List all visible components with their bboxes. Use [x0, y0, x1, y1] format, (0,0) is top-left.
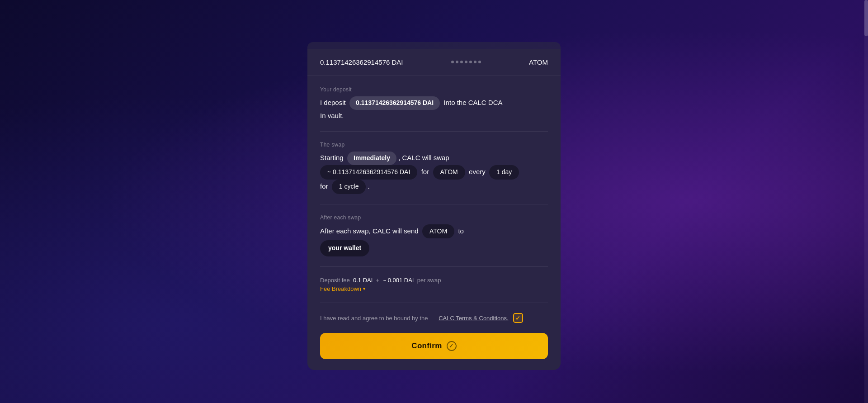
dot-3 [460, 61, 463, 63]
swap-cycle-badge: 1 cycle [332, 180, 366, 194]
dot-4 [465, 61, 467, 63]
deposit-amount-badge: 0.11371426362914576 DAI [349, 96, 440, 110]
after-swap-section: After each swap After each swap, CALC wi… [320, 214, 548, 257]
terms-checkbox[interactable]: ✓ [513, 313, 523, 323]
fee-suffix: per swap [417, 277, 441, 284]
divider-4 [320, 303, 548, 303]
fee-connector: + [376, 277, 380, 284]
dot-7 [478, 61, 481, 63]
after-swap-content: After each swap, CALC will send ATOM to … [320, 224, 548, 257]
confirm-button[interactable]: Confirm ✓ [320, 333, 548, 359]
swap-amount-badge: ~ 0.11371426362914576 DAI [320, 165, 417, 180]
modal-card: 0.11371426362914576 DAI ATOM Your deposi… [307, 49, 561, 370]
divider-2 [320, 204, 548, 204]
dot-2 [456, 61, 458, 63]
fee-label-prefix: Deposit fee [320, 277, 350, 284]
header-amount: 0.11371426362914576 DAI [320, 58, 403, 66]
swap-label: The swap [320, 142, 548, 148]
deposit-middle: Into the CALC DCA [443, 99, 502, 106]
deposit-label: Your deposit [320, 86, 548, 93]
header-dots [451, 61, 481, 63]
divider-3 [320, 266, 548, 267]
deposit-section: Your deposit I deposit 0.113714263629145… [320, 86, 548, 121]
modal-top-bar [307, 42, 561, 49]
swap-section: The swap Starting Immediately , CALC wil… [320, 142, 548, 194]
modal-wrapper: 0.11371426362914576 DAI ATOM Your deposi… [307, 42, 561, 370]
fee-breakdown-label: Fee Breakdown [320, 285, 361, 292]
deposit-prefix: I deposit [320, 99, 346, 106]
confirm-label: Confirm [411, 341, 442, 351]
fee-breakdown-toggle[interactable]: Fee Breakdown ▾ [320, 285, 365, 292]
swap-frequency-badge: 1 day [489, 165, 519, 180]
divider-1 [320, 131, 548, 132]
fee-row: Deposit fee 0.1 DAI + ~ 0.001 DAI per sw… [320, 277, 548, 284]
chevron-down-icon: ▾ [363, 286, 365, 291]
swap-dot: . [368, 182, 370, 190]
dot-5 [469, 61, 472, 63]
terms-row: I have read and agree to be bound by the… [320, 313, 548, 323]
after-swap-prefix: After each swap, CALC will send [320, 227, 419, 234]
swap-every: every [469, 168, 486, 175]
swap-token-badge: ATOM [433, 165, 465, 180]
dot-1 [451, 61, 454, 63]
after-swap-destination-badge: your wallet [320, 240, 369, 256]
swap-for-suffix: for [320, 182, 328, 190]
terms-prefix: I have read and agree to be bound by the [320, 315, 428, 322]
fee-amount-1: 0.1 DAI [353, 277, 373, 284]
checkmark-icon: ✓ [515, 315, 520, 322]
deposit-suffix: In vault. [320, 112, 344, 119]
terms-link[interactable]: CALC Terms & Conditions. [439, 315, 508, 322]
confirm-circle-icon: ✓ [447, 341, 457, 351]
deposit-content: I deposit 0.11371426362914576 DAI Into t… [320, 96, 548, 121]
swap-timing-badge: Immediately [347, 152, 396, 165]
scrollbar-thumb[interactable] [864, 0, 868, 36]
dot-6 [474, 61, 476, 63]
swap-starting: Starting [320, 154, 344, 161]
modal-header: 0.11371426362914576 DAI ATOM [307, 49, 561, 76]
after-swap-label: After each swap [320, 214, 548, 221]
swap-content: Starting Immediately , CALC will swap ~ … [320, 152, 548, 194]
after-swap-token-badge: ATOM [422, 224, 454, 239]
fee-section: Deposit fee 0.1 DAI + ~ 0.001 DAI per sw… [320, 277, 548, 293]
swap-timing-suffix: , CALC will swap [398, 154, 449, 161]
scrollbar-track [864, 0, 868, 403]
fee-amount-2: ~ 0.001 DAI [382, 277, 414, 284]
modal-body: Your deposit I deposit 0.113714263629145… [307, 76, 561, 370]
header-token: ATOM [529, 58, 548, 66]
swap-for: for [421, 168, 429, 175]
after-swap-suffix: to [458, 227, 464, 234]
